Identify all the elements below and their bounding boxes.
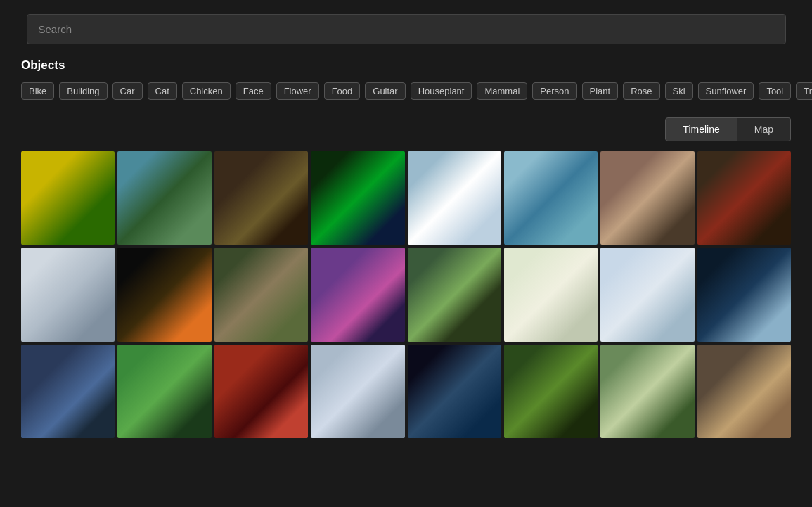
- object-tag[interactable]: Face: [236, 82, 271, 100]
- search-bar: [27, 14, 786, 44]
- photo-cell[interactable]: [21, 345, 115, 438]
- object-tag[interactable]: Plant: [582, 82, 619, 100]
- photo-cell[interactable]: [117, 248, 211, 341]
- photo-cell[interactable]: [408, 248, 501, 341]
- timeline-button[interactable]: Timeline: [665, 117, 737, 141]
- view-controls: Timeline Map: [0, 110, 812, 151]
- object-tag[interactable]: Rose: [623, 82, 659, 100]
- object-tag[interactable]: Food: [324, 82, 361, 100]
- objects-tags: BikeBuildingCarCatChickenFaceFlowerFoodG…: [21, 82, 812, 100]
- objects-title: Objects: [21, 58, 812, 72]
- object-tag[interactable]: Bike: [21, 82, 54, 100]
- photo-cell[interactable]: [117, 151, 211, 245]
- object-tag[interactable]: Houseplant: [411, 82, 472, 100]
- photo-cell[interactable]: [408, 151, 501, 245]
- photo-cell[interactable]: [214, 151, 308, 245]
- object-tag[interactable]: Person: [532, 82, 576, 100]
- photo-cell[interactable]: [697, 345, 791, 438]
- object-tag[interactable]: Guitar: [365, 82, 405, 100]
- object-tag[interactable]: Building: [59, 82, 107, 100]
- objects-section: Objects BikeBuildingCarCatChickenFaceFlo…: [21, 58, 812, 103]
- photo-cell[interactable]: [311, 248, 404, 341]
- photo-cell[interactable]: [600, 151, 694, 245]
- photo-cell[interactable]: [311, 345, 404, 438]
- object-tag[interactable]: Tool: [759, 82, 791, 100]
- object-tag[interactable]: Sunflower: [698, 82, 754, 100]
- search-input[interactable]: [27, 14, 786, 44]
- object-tag[interactable]: Tree: [796, 82, 812, 100]
- photo-cell[interactable]: [504, 345, 598, 438]
- object-tag[interactable]: Mammal: [477, 82, 527, 100]
- object-tag[interactable]: Ski: [665, 82, 693, 100]
- photo-cell[interactable]: [21, 151, 115, 245]
- object-tag[interactable]: Car: [112, 82, 143, 100]
- photo-cell[interactable]: [408, 345, 501, 438]
- photo-cell[interactable]: [214, 248, 308, 341]
- object-tag[interactable]: Flower: [276, 82, 319, 100]
- photo-cell[interactable]: [504, 151, 598, 245]
- photo-cell[interactable]: [504, 248, 598, 341]
- photo-cell[interactable]: [697, 151, 791, 245]
- photo-cell[interactable]: [600, 248, 694, 341]
- object-tag[interactable]: Chicken: [182, 82, 231, 100]
- map-button[interactable]: Map: [737, 117, 791, 141]
- photo-cell[interactable]: [117, 345, 211, 438]
- photo-cell[interactable]: [21, 248, 115, 341]
- photo-cell[interactable]: [311, 151, 404, 245]
- object-tag[interactable]: Cat: [148, 82, 177, 100]
- photo-cell[interactable]: [214, 345, 308, 438]
- photo-cell[interactable]: [697, 248, 791, 341]
- filters-row: Objects BikeBuildingCarCatChickenFaceFlo…: [0, 58, 812, 110]
- photo-cell[interactable]: [600, 345, 694, 438]
- photo-grid: [0, 151, 812, 438]
